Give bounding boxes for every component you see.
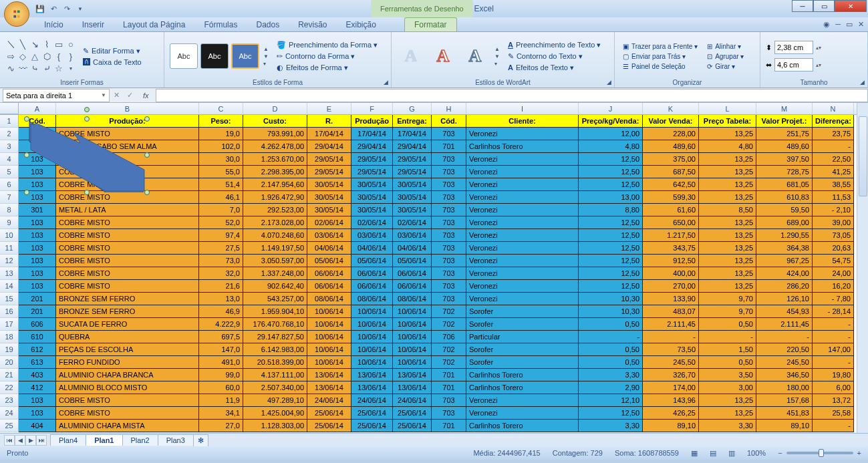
select-all-corner[interactable] [0,103,19,114]
row-header[interactable]: 2 [0,128,19,140]
shape-style-1[interactable]: Abc [170,43,198,69]
cell[interactable]: ALUMINIO CABO SEM ALMA [56,140,199,153]
cell[interactable]: 0,50 [579,318,643,331]
cell[interactable]: 489,60 [643,140,699,153]
cell[interactable]: 1.425.004,90 [243,407,307,420]
cell[interactable]: 174,00 [643,381,699,394]
cell[interactable]: 702 [432,318,466,331]
cell[interactable]: 703 [432,293,466,305]
row-header[interactable]: 5 [0,166,19,178]
cell[interactable]: 703 [432,407,466,420]
cell[interactable]: 29.147.827,50 [243,331,307,343]
cell[interactable]: 0,50 [579,343,643,356]
col-header-D[interactable]: D [243,103,307,114]
cell[interactable]: 03/06/14 [351,229,393,242]
cell[interactable]: 38,55 [813,178,854,191]
cell[interactable]: 292.523,00 [243,204,307,216]
cell[interactable]: 706 [432,331,466,343]
cell[interactable]: 2.111,45 [643,318,699,331]
cell[interactable]: 642,50 [643,178,699,191]
row-header[interactable]: 14 [0,280,19,293]
column-title[interactable]: Cód. [19,115,56,128]
cell[interactable]: 19,0 [199,128,243,140]
row-header[interactable]: 13 [0,267,19,280]
col-header-L[interactable]: L [699,103,756,114]
cell[interactable]: - [813,331,854,343]
cell[interactable]: 103 [19,191,56,204]
shape-height-input[interactable] [774,41,813,54]
cell[interactable]: 8,80 [579,204,643,216]
cell[interactable]: 1.217,50 [643,229,699,242]
cell[interactable]: 06/06/14 [351,267,393,280]
tab-dados[interactable]: Dados [247,18,289,31]
row-header[interactable]: 15 [0,293,19,305]
cell[interactable]: - 7,80 [813,293,854,305]
wordart-launcher[interactable]: ◢ [605,78,613,86]
cell[interactable]: 497.289,10 [243,394,307,407]
cell[interactable]: 10,30 [579,305,643,318]
vertical-scrollbar[interactable] [857,103,868,433]
wordart-gallery[interactable]: A A A ▲▼▾ [397,43,501,69]
cell[interactable]: 24/06/14 [307,394,351,407]
cell[interactable]: COBRE MISTO [56,407,199,420]
cell[interactable]: 06/06/14 [307,280,351,293]
cell[interactable]: 13/06/14 [351,369,393,381]
shape-hex-icon[interactable]: ⬡ [41,51,52,61]
cell[interactable]: ALUMINIO CHAPA BRANCA [56,369,199,381]
column-title[interactable]: Valor Venda: [643,115,699,128]
shape-connector-icon[interactable]: ↘ [29,39,40,49]
cell[interactable]: 30/05/14 [393,204,432,216]
cell[interactable]: Veronezi [466,153,579,166]
cell[interactable]: 21,6 [199,280,243,293]
shape-more-icon[interactable]: ▾ [65,63,76,73]
cell[interactable]: Veronezi [466,407,579,420]
cell[interactable]: - [813,318,854,331]
row-header[interactable]: 8 [0,204,19,216]
cell[interactable]: 610 [19,331,56,343]
cell[interactable]: 103 [19,178,56,191]
cell[interactable]: 793.991,00 [243,128,307,140]
cell[interactable]: 689,00 [756,216,813,229]
cell[interactable]: 400,00 [643,267,699,280]
cell[interactable]: 426,25 [643,407,699,420]
cell[interactable]: COBRE MISTO [56,229,199,242]
cell[interactable]: 180,00 [756,381,813,394]
cell[interactable]: 10/06/14 [351,356,393,369]
col-header-M[interactable]: M [756,103,813,114]
cell[interactable]: 346,50 [756,369,813,381]
cell[interactable]: 2.507.340,00 [243,381,307,394]
shape-curve-icon[interactable]: ∿ [5,63,16,73]
cell[interactable]: 41,25 [813,166,854,178]
cell[interactable]: 3,00 [699,381,756,394]
cell[interactable]: 7,0 [199,204,243,216]
cell[interactable]: 967,25 [756,255,813,267]
shape-line2-icon[interactable]: ╲ [17,39,28,49]
minimize-button[interactable]: ─ [792,0,813,12]
column-title[interactable]: Cliente: [466,115,579,128]
cell[interactable]: 650,00 [643,216,699,229]
cell[interactable]: 29/05/14 [351,166,393,178]
cell[interactable]: 23,75 [813,128,854,140]
cell[interactable]: - [579,331,643,343]
cell[interactable]: 4.137.111,00 [243,369,307,381]
cell[interactable]: 25,58 [813,407,854,420]
shape-outline-button[interactable]: ✏Contorno da Forma ▾ [274,51,380,61]
cell[interactable]: 703 [432,178,466,191]
cell[interactable]: 703 [432,216,466,229]
cell[interactable]: - [643,331,699,343]
cell[interactable]: 17/04/14 [393,128,432,140]
text-fill-button[interactable]: APreenchimento de Texto ▾ [505,40,603,50]
cell[interactable]: ALUMINIO BLOCO MISTO [56,381,199,394]
cell[interactable]: 103 [19,267,56,280]
cell[interactable]: 703 [432,153,466,166]
cell[interactable]: 701 [432,420,466,432]
cell[interactable]: 30/05/14 [351,204,393,216]
row-header[interactable]: 10 [0,229,19,242]
cell[interactable]: 491,0 [199,356,243,369]
row-header[interactable]: 12 [0,255,19,267]
cell[interactable]: 13,25 [699,153,756,166]
cell[interactable]: 3,30 [579,369,643,381]
cell[interactable]: 1.149.197,50 [243,242,307,255]
cell[interactable]: 05/06/14 [351,255,393,267]
sheet-tab-plan4[interactable]: Plan4 [50,434,86,446]
